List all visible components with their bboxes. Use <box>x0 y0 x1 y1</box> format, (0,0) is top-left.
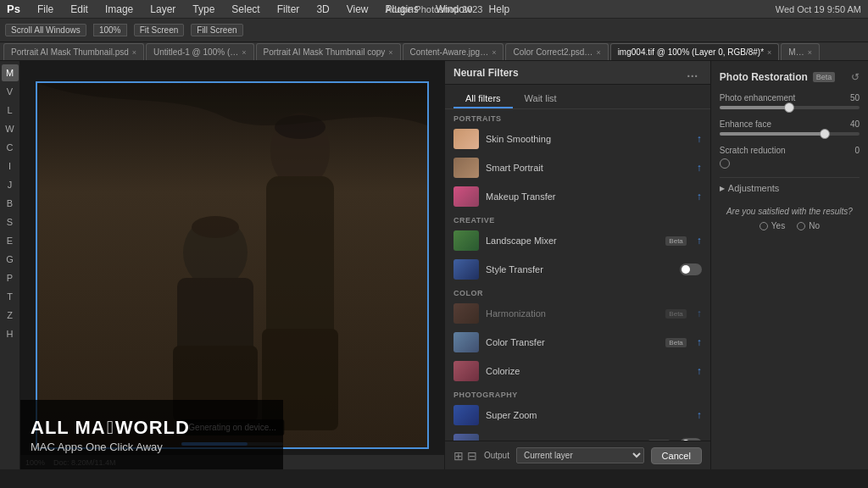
tab-portrait-mask[interactable]: Portrait AI Mask Thumbnail.psd × <box>3 43 144 60</box>
category-portraits: PORTRAITS <box>445 109 710 125</box>
filter-colorize[interactable]: Colorize ↑ <box>445 357 710 385</box>
filter-thumb-makeup <box>453 186 479 207</box>
menu-type[interactable]: Type <box>189 3 218 15</box>
category-color: COLOR <box>445 284 710 299</box>
menu-select[interactable]: Select <box>228 3 263 15</box>
toggle-depthblur[interactable] <box>680 438 702 441</box>
tool-magic-wand[interactable]: W <box>2 120 19 137</box>
tool-clone[interactable]: S <box>2 214 19 230</box>
tab-m[interactable]: M… × <box>781 43 820 60</box>
cloud-icon-colortransfer: ↑ <box>697 336 702 348</box>
filter-name-skin: Skin Smoothing <box>486 134 690 144</box>
menu-view[interactable]: View <box>343 3 372 15</box>
menu-edit[interactable]: Edit <box>67 3 92 15</box>
app-logo: Ps <box>7 3 20 15</box>
tab-color-correct[interactable]: Color Correct2.psd… × <box>505 43 608 60</box>
filter-thumb-depthblur <box>453 434 479 441</box>
tool-hand[interactable]: H <box>2 325 19 342</box>
tool-zoom[interactable]: Z <box>2 307 19 324</box>
output-select[interactable]: Current layer <box>516 447 644 463</box>
slider-thumb-enhancement[interactable] <box>784 103 794 113</box>
filter-skin-smoothing[interactable]: Skin Smoothing ↑ <box>445 125 710 153</box>
tool-select[interactable]: V <box>2 83 19 100</box>
cancel-button[interactable]: Cancel <box>651 447 702 464</box>
menu-image[interactable]: Image <box>102 3 136 15</box>
slider-fill-face <box>720 132 825 136</box>
filter-thumb-colortransfer <box>453 332 479 352</box>
filter-landscape-mixer[interactable]: Landscape Mixer Beta ↑ <box>445 226 710 255</box>
zoom-input[interactable] <box>93 24 127 36</box>
tab-wait-list[interactable]: Wait list <box>513 90 569 108</box>
reset-icon[interactable]: ↺ <box>851 71 860 83</box>
three-dot-menu[interactable]: … <box>683 66 702 80</box>
tool-eyedropper[interactable]: I <box>2 158 19 175</box>
close-icon[interactable]: × <box>388 48 392 57</box>
output-label: Output <box>484 451 509 460</box>
filter-style-transfer[interactable]: Style Transfer <box>445 255 710 284</box>
panel-bottom: ⊞ ⊟ Output Current layer Cancel <box>445 441 710 469</box>
cloud-icon-portrait: ↑ <box>697 162 702 174</box>
watermark-title: ALL MA WORLD <box>31 417 190 439</box>
filter-makeup-transfer[interactable]: Makeup Transfer ↑ <box>445 182 710 211</box>
neural-filters-panel: Neural Filters … All filters Wait list P… <box>444 61 710 469</box>
fill-screen-btn[interactable]: Fill Screen <box>191 24 242 36</box>
yes-radio[interactable] <box>760 222 768 230</box>
watermark: ALL MA WORLD MAC Apps One Click Away <box>20 400 283 469</box>
filter-depth-blur[interactable]: Depth Blur Beta <box>445 430 710 441</box>
tool-move[interactable]: M <box>2 64 19 81</box>
main-layout: M V L W C I J B S E G P T Z H <box>0 61 868 469</box>
tab-img004[interactable]: img004.tif @ 100% (Layer 0, RGB/8#)* × <box>610 43 780 60</box>
tool-pen[interactable]: P <box>2 269 19 286</box>
scratch-radio[interactable] <box>720 158 730 169</box>
tab-all-filters[interactable]: All filters <box>453 90 513 108</box>
scratch-reduction-row <box>720 158 860 169</box>
adjustments-label: Adjustments <box>728 183 780 193</box>
tool-eraser[interactable]: E <box>2 232 19 249</box>
canvas-area[interactable]: Generating on device... 100% Doc: 8.20M/… <box>20 61 444 469</box>
svg-rect-1 <box>266 176 334 346</box>
tool-type[interactable]: T <box>2 288 19 305</box>
close-icon[interactable]: × <box>132 48 136 57</box>
menu-file[interactable]: File <box>34 3 57 15</box>
filter-list: PORTRAITS Skin Smoothing ↑ Smart Portrai… <box>445 109 710 441</box>
filter-name-style: Style Transfer <box>486 264 673 274</box>
tabs-bar: Portrait AI Mask Thumbnail.psd × Untitle… <box>0 42 868 61</box>
canvas-image <box>37 83 427 447</box>
tool-lasso[interactable]: L <box>2 102 19 119</box>
cloud-icon-makeup: ↑ <box>697 191 702 202</box>
adjustments-row[interactable]: ▶ Adjustments <box>720 177 860 198</box>
filter-smart-portrait[interactable]: Smart Portrait ↑ <box>445 153 710 182</box>
tool-gradient[interactable]: G <box>2 251 19 268</box>
window-title: Adobe Photoshop 2023 <box>386 4 483 14</box>
watermark-logo: ALL MA WORLD <box>31 417 273 439</box>
filter-super-zoom[interactable]: Super Zoom ↑ <box>445 401 710 430</box>
close-icon[interactable]: × <box>596 48 600 57</box>
tool-spot-heal[interactable]: J <box>2 176 19 193</box>
toggle-style[interactable] <box>680 263 702 275</box>
menu-3d[interactable]: 3D <box>313 3 332 15</box>
no-button[interactable]: No <box>797 221 820 230</box>
menu-filter[interactable]: Filter <box>274 3 303 15</box>
menu-help[interactable]: Help <box>486 3 514 15</box>
tab-portrait-copy[interactable]: Portrait AI Mask Thumbnail copy × <box>256 43 401 60</box>
close-icon[interactable]: × <box>808 48 812 57</box>
filter-harmonization[interactable]: Harmonization Beta ↑ <box>445 299 710 328</box>
yes-button[interactable]: Yes <box>760 221 785 230</box>
cloud-icon-landscape: ↑ <box>697 235 702 247</box>
fit-screen-btn[interactable]: Fit Screen <box>134 24 185 36</box>
menu-layer[interactable]: Layer <box>147 3 179 15</box>
slider-track-enhancement[interactable] <box>720 106 860 109</box>
slider-thumb-face[interactable] <box>820 129 830 139</box>
filter-thumb-style <box>453 259 479 280</box>
scroll-all-windows-btn[interactable]: Scroll All Windows <box>5 24 86 36</box>
close-icon[interactable]: × <box>767 48 771 57</box>
filter-color-transfer[interactable]: Color Transfer Beta ↑ <box>445 328 710 357</box>
tab-content-aware[interactable]: Content-Aware.jpg… × <box>403 43 504 60</box>
tab-untitled[interactable]: Untitled-1 @ 100% (… × <box>146 43 253 60</box>
tool-crop[interactable]: C <box>2 139 19 156</box>
slider-track-face[interactable] <box>720 132 860 136</box>
close-icon[interactable]: × <box>492 48 496 57</box>
no-radio[interactable] <box>797 222 805 230</box>
tool-brush[interactable]: B <box>2 195 19 212</box>
close-icon[interactable]: × <box>242 48 246 57</box>
